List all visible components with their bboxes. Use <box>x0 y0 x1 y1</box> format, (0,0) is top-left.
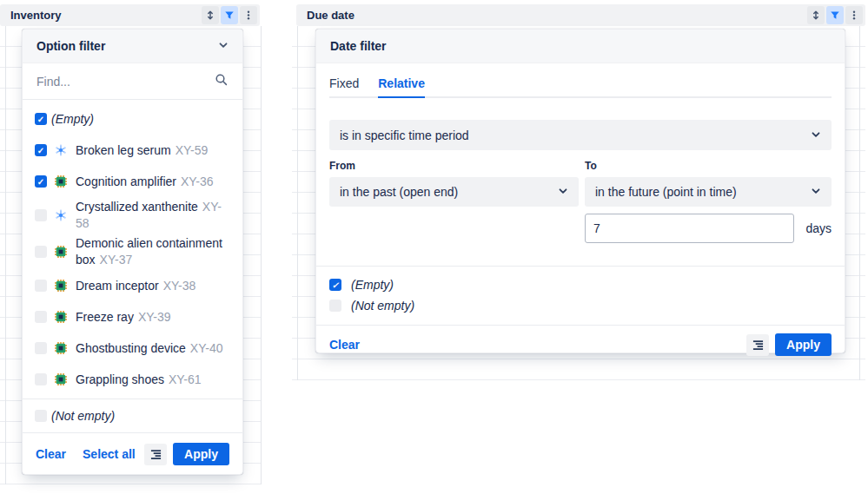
column-menu-button[interactable] <box>240 6 257 24</box>
atom-icon <box>55 144 67 156</box>
density-lines-icon <box>150 449 162 460</box>
option-label: Crystallized xanthenite <box>76 200 198 214</box>
apply-button[interactable]: Apply <box>173 443 229 465</box>
due-date-column-header[interactable]: Due date <box>296 4 865 26</box>
period-select[interactable]: is in specific time period <box>329 120 832 150</box>
select-all-button[interactable]: Select all <box>83 447 136 461</box>
option-filter-header[interactable]: Option filter <box>23 30 242 63</box>
filter-option-row[interactable]: Crystallized xantheniteXY-58 <box>23 197 242 234</box>
option-label: Cognition amplifier <box>76 175 176 188</box>
chevron-down-icon <box>218 39 229 53</box>
not-empty-checkbox[interactable] <box>329 300 341 312</box>
option-key: XY-36 <box>181 175 214 188</box>
period-select-value: is in specific time period <box>340 128 469 142</box>
option-label: Ghostbusting device <box>76 341 186 355</box>
option-key: XY-39 <box>138 310 171 324</box>
filter-button-active[interactable] <box>221 6 238 24</box>
filter-option-row[interactable]: Freeze rayXY-39 <box>23 301 242 333</box>
option-label: Freeze ray <box>76 310 134 324</box>
option-filter-popup: Option filter (Empty) Broken leg serumXY… <box>22 29 243 475</box>
not-empty-label: (Not empty) <box>351 299 414 313</box>
sort-button[interactable] <box>807 6 825 24</box>
column-menu-button[interactable] <box>845 6 863 24</box>
grid-column-line <box>261 26 262 484</box>
grid-column-line <box>297 26 298 380</box>
not-empty-row[interactable]: (Not empty) <box>329 295 832 316</box>
apply-button[interactable]: Apply <box>775 333 832 356</box>
to-select[interactable]: in the future (point in time) <box>585 177 832 207</box>
table-filters-screen: Inventory Due date <box>0 0 868 494</box>
chip-icon <box>55 311 67 323</box>
filter-option-row[interactable]: Broken leg serumXY-59 <box>23 135 242 166</box>
tab-relative[interactable]: Relative <box>378 76 425 98</box>
filter-option-row[interactable]: Ghostbusting deviceXY-40 <box>23 333 242 364</box>
not-empty-row[interactable]: (Not empty) <box>23 399 242 432</box>
date-filter-header: Date filter <box>316 30 845 63</box>
option-key: XY-40 <box>190 341 223 355</box>
date-filter-footer: Clear Apply <box>316 326 845 364</box>
option-key: XY-37 <box>100 253 133 267</box>
kebab-menu-icon <box>849 10 859 21</box>
from-select[interactable]: in the past (open end) <box>329 177 579 207</box>
filter-option-row[interactable]: Dream inceptorXY-38 <box>23 270 242 301</box>
days-amount-input[interactable] <box>585 214 794 243</box>
option-checkbox[interactable] <box>35 410 47 422</box>
option-checkbox[interactable] <box>35 311 47 323</box>
filter-list-button[interactable] <box>746 334 769 356</box>
filter-funnel-icon <box>224 10 235 21</box>
empty-label: (Empty) <box>351 278 394 292</box>
date-filter-popup: Date filter Fixed Relative is in specifi… <box>315 29 845 353</box>
find-search-row <box>23 63 242 100</box>
sort-updown-icon <box>811 10 821 21</box>
filter-funnel-icon <box>830 10 840 21</box>
filter-option-row[interactable]: (Empty) <box>23 103 242 135</box>
filter-option-row[interactable]: Demonic alien containment boxXY-37 <box>23 234 242 270</box>
sort-updown-icon <box>205 10 215 21</box>
grid-column-line <box>5 26 6 484</box>
option-key: XY-61 <box>169 372 202 386</box>
option-filter-footer: Clear Select all Apply <box>23 433 242 475</box>
option-checkbox[interactable] <box>35 342 47 354</box>
clear-button[interactable]: Clear <box>36 447 66 461</box>
chevron-down-icon <box>811 128 821 142</box>
from-select-value: in the past (open end) <box>340 185 458 199</box>
chip-icon <box>55 342 67 354</box>
sort-button[interactable] <box>202 6 219 24</box>
empty-row[interactable]: (Empty) <box>329 274 832 295</box>
option-key: XY-38 <box>163 279 196 293</box>
option-label: (Empty) <box>51 112 94 126</box>
option-checkbox[interactable] <box>35 280 47 292</box>
option-label: Dream inceptor <box>76 279 159 293</box>
filter-option-row[interactable]: Cognition amplifierXY-36 <box>23 166 242 197</box>
filter-list-button[interactable] <box>144 444 167 465</box>
kebab-menu-icon <box>243 10 254 21</box>
option-checkbox[interactable] <box>35 246 47 258</box>
chip-icon <box>55 175 67 188</box>
chevron-down-icon <box>811 185 821 199</box>
filter-option-row[interactable]: Grappling shoesXY-61 <box>23 364 242 395</box>
chevron-down-icon <box>558 185 568 199</box>
option-checkbox[interactable] <box>35 373 47 385</box>
option-checkbox[interactable] <box>35 113 47 125</box>
density-lines-icon <box>752 339 764 351</box>
option-checkbox[interactable] <box>35 209 47 221</box>
option-key: XY-59 <box>176 143 209 157</box>
chip-icon <box>55 373 67 385</box>
option-list: (Empty) Broken leg serumXY-59 Cognition … <box>23 100 242 398</box>
grid-column-line <box>859 26 860 380</box>
tab-fixed[interactable]: Fixed <box>329 76 359 98</box>
filter-button-active[interactable] <box>826 6 844 24</box>
date-filter-title: Date filter <box>330 39 387 53</box>
chip-icon <box>55 246 67 258</box>
clear-button[interactable]: Clear <box>329 338 360 352</box>
chip-icon <box>55 280 67 292</box>
inventory-column-header[interactable]: Inventory <box>0 4 260 26</box>
option-label: (Not empty) <box>51 409 115 423</box>
due-date-column-title: Due date <box>307 9 354 22</box>
option-label: Broken leg serum <box>76 143 171 157</box>
find-input[interactable] <box>36 75 215 89</box>
empty-checkbox[interactable] <box>329 279 341 291</box>
option-checkbox[interactable] <box>35 175 47 188</box>
from-label: From <box>329 160 579 172</box>
option-checkbox[interactable] <box>35 144 47 156</box>
